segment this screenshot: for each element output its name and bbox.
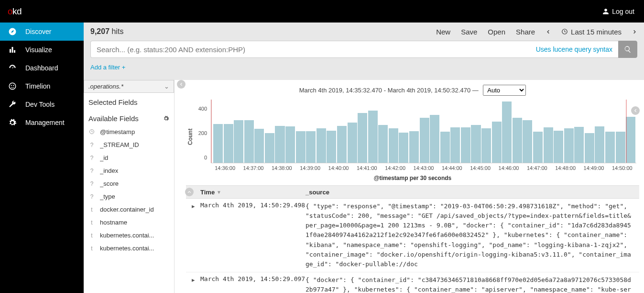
chart-bar[interactable] xyxy=(554,131,563,163)
chart-range-label: March 4th 2019, 14:35:32.470 - March 4th… xyxy=(299,87,479,94)
collapse-fields-button[interactable] xyxy=(177,80,186,89)
chart-bar[interactable] xyxy=(317,128,326,163)
field-item[interactable]: tdocker.container_id xyxy=(84,203,174,216)
chart-bar[interactable] xyxy=(564,128,574,163)
time-prev[interactable] xyxy=(546,28,551,36)
field-item[interactable]: ?_index xyxy=(84,164,174,177)
chart-bar[interactable] xyxy=(595,126,604,163)
add-filter-label: Add a filter xyxy=(90,64,120,71)
field-type-icon: t xyxy=(88,206,95,213)
chart-bar[interactable] xyxy=(306,131,316,163)
fields-panel: .operations.* ⌄ Selected Fields Availabl… xyxy=(84,80,175,293)
chart-bar[interactable] xyxy=(254,129,264,163)
row-time: March 4th 2019, 14:50:29.097 xyxy=(200,275,306,293)
menu-save[interactable]: Save xyxy=(461,28,477,36)
field-item[interactable]: ?_id xyxy=(84,151,174,164)
col-time-header[interactable]: Time ▼ xyxy=(200,189,306,196)
chart-bar[interactable] xyxy=(430,115,439,163)
field-type-icon: ? xyxy=(88,193,95,200)
chart-bar[interactable] xyxy=(296,131,306,163)
chart-bar[interactable] xyxy=(265,133,274,163)
chart-bar[interactable] xyxy=(513,118,522,163)
chart-xtick: 14:36:00 xyxy=(215,165,235,171)
chart-bar[interactable] xyxy=(409,131,419,163)
field-item[interactable]: tkubernetes.contai... xyxy=(84,242,174,255)
field-name-label: _STREAM_ID xyxy=(100,141,139,148)
collapse-chart-button[interactable] xyxy=(631,106,640,115)
side-nav: Discover Visualize Dashboard Timelion De… xyxy=(0,23,84,293)
chart-bar[interactable] xyxy=(523,120,532,163)
chart-bar[interactable] xyxy=(420,118,429,163)
field-item[interactable]: ?_type xyxy=(84,190,174,203)
add-filter[interactable]: Add a filter + xyxy=(84,62,644,76)
field-item[interactable]: @timestamp xyxy=(84,125,174,138)
nav-discover[interactable]: Discover xyxy=(0,23,84,41)
chart-bar[interactable] xyxy=(348,123,357,163)
field-item[interactable]: ?_STREAM_ID xyxy=(84,138,174,151)
index-pattern-select[interactable]: .operations.* ⌄ xyxy=(84,80,174,93)
nav-devtools[interactable]: Dev Tools xyxy=(0,95,84,113)
chart-bar[interactable] xyxy=(585,133,594,163)
search-button[interactable] xyxy=(618,41,637,58)
chart-bar[interactable] xyxy=(234,120,243,163)
menu-share[interactable]: Share xyxy=(516,28,535,36)
lucene-link[interactable]: Uses lucene query syntax xyxy=(536,45,612,53)
field-item[interactable]: tkubernetes.contai... xyxy=(84,229,174,242)
menu-open[interactable]: Open xyxy=(488,28,505,36)
menu-new[interactable]: New xyxy=(436,28,450,36)
nav-management[interactable]: Management xyxy=(0,113,84,132)
nav-visualize[interactable]: Visualize xyxy=(0,41,84,59)
chart-bar[interactable] xyxy=(605,132,615,163)
logout-link[interactable]: Log out xyxy=(602,8,634,15)
field-item[interactable]: thostname xyxy=(84,216,174,229)
chart-bar[interactable] xyxy=(327,131,336,163)
time-picker[interactable]: Last 15 minutes xyxy=(561,28,622,36)
chart-bar[interactable] xyxy=(213,124,223,163)
col-source-header[interactable]: _source xyxy=(306,189,329,196)
field-name-label: kubernetes.contai... xyxy=(100,245,154,252)
chart-bar[interactable] xyxy=(285,126,295,163)
chart-bar[interactable] xyxy=(450,127,460,163)
chart-bar[interactable] xyxy=(399,133,408,163)
chart-bar[interactable] xyxy=(337,126,347,163)
interval-select[interactable]: Auto xyxy=(483,85,526,96)
chart-bar[interactable] xyxy=(502,101,512,163)
field-type-icon: t xyxy=(88,232,95,239)
field-name-label: _id xyxy=(100,154,108,161)
time-next[interactable] xyxy=(632,28,637,36)
chart-bar[interactable] xyxy=(378,125,388,163)
chart-bar[interactable] xyxy=(368,111,378,163)
chart-bar[interactable] xyxy=(492,122,502,163)
chart-bar[interactable] xyxy=(275,126,284,163)
gear-icon[interactable] xyxy=(163,115,169,122)
search-row: Uses lucene query syntax xyxy=(84,41,644,62)
chart-bar[interactable] xyxy=(224,124,233,163)
chart-bar[interactable] xyxy=(616,132,625,163)
chart-bar[interactable] xyxy=(461,127,470,163)
chart-bar[interactable] xyxy=(471,125,480,163)
chart-plot[interactable] xyxy=(211,100,636,163)
search-input[interactable] xyxy=(97,45,536,54)
chart-bar[interactable] xyxy=(440,132,450,163)
nav-dashboard[interactable]: Dashboard xyxy=(0,59,84,77)
nav-timelion[interactable]: Timelion xyxy=(0,77,84,95)
chart-bar[interactable] xyxy=(481,128,491,163)
chart-body: 0200400 14:36:0014:37:0014:38:0014:39:00… xyxy=(195,100,639,174)
chart-bar[interactable] xyxy=(533,132,543,163)
chart-bar[interactable] xyxy=(626,117,635,163)
field-item[interactable]: ?_score xyxy=(84,177,174,190)
gear-icon xyxy=(8,118,17,127)
field-name-label: _index xyxy=(100,167,118,174)
results-header: Time ▼ _source xyxy=(186,185,639,199)
scroll-top-button[interactable] xyxy=(185,188,194,196)
expand-row-button[interactable]: ▸ xyxy=(186,275,200,293)
row-time: March 4th 2019, 14:50:29.498 xyxy=(200,202,306,269)
chart-bar[interactable] xyxy=(389,128,398,163)
content-split: .operations.* ⌄ Selected Fields Availabl… xyxy=(84,80,644,293)
chart-xtick: 14:38:00 xyxy=(272,165,292,171)
chart-bar[interactable] xyxy=(244,120,254,163)
chart-bar[interactable] xyxy=(574,127,584,163)
chart-bar[interactable] xyxy=(358,113,367,163)
chart-bar[interactable] xyxy=(544,127,553,163)
expand-row-button[interactable]: ▸ xyxy=(186,202,200,269)
